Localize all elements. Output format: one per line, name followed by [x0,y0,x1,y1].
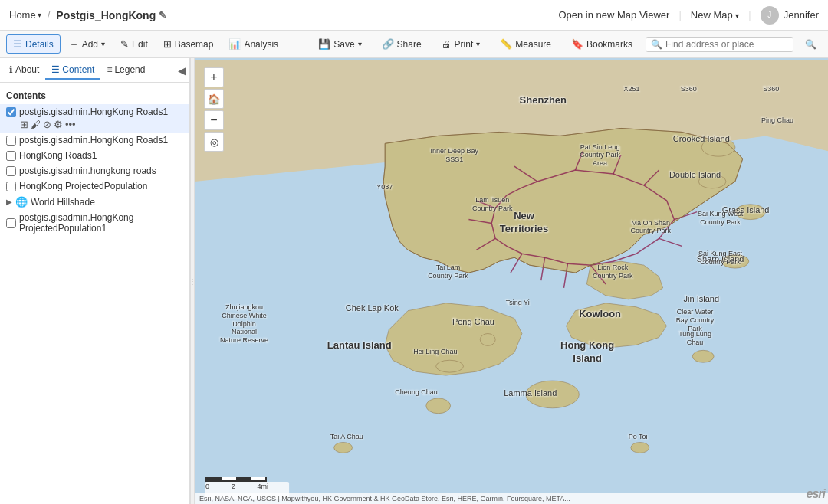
home-label: Home [9,9,36,21]
main-area: ℹ About ☰ Content ≡ Legend ◀ Contents po… [0,58,828,504]
top-navigation: Home ▾ / Postgis_HongKong ✎ Open in new … [0,0,828,31]
basemap-button[interactable]: ⊞ Basemap [156,34,221,54]
save-button[interactable]: 💾 Save ▾ [311,34,368,54]
layer-item: postgis.gisadmin.hongkong roads [0,163,189,178]
toolbar-right: 💾 Save ▾ 🔗 Share 🖨 Print ▾ 📏 Measure 🔖 B… [311,34,822,54]
measure-button[interactable]: 📏 Measure [493,34,558,54]
layer-row: postgis.gisadmin.hongkong roads [6,165,183,176]
sidebar: ℹ About ☰ Content ≡ Legend ◀ Contents po… [0,58,190,504]
scale-label-0: 0 [205,483,209,490]
more-tool-icon[interactable]: ••• [65,119,76,130]
scale-label-2: 2 [232,483,235,490]
user-avatar[interactable]: J [761,6,779,25]
svg-point-2 [526,381,579,408]
expand-icon[interactable]: ▶ [6,198,12,206]
style-tool-icon[interactable]: 🖌 [31,119,41,130]
zoom-out-button[interactable]: − [204,110,224,130]
location-button[interactable]: ◎ [204,132,224,152]
home-extent-button[interactable]: 🏠 [204,89,224,109]
details-icon: ☰ [13,38,22,50]
save-icon: 💾 [318,38,330,50]
map-container[interactable]: Shenzhen NewTerritories Kowloon Hong Kon… [195,58,828,504]
svg-point-10 [631,442,649,453]
sidebar-tabs: ℹ About ☰ Content ≡ Legend ◀ [0,58,189,83]
map-attribution: Esri, NASA, NGA, USGS | Mapwithyou, HK G… [195,493,828,504]
layer-item: HongKong Roads1 [0,148,189,163]
globe-icon: 🌐 [15,196,28,208]
search-submit-icon: 🔍 [805,39,816,50]
layer-item: postgis.gisadmin.HongKong Roads1 [0,133,189,148]
new-map-button[interactable]: New Map ▾ [691,9,740,21]
layer-checkbox[interactable] [6,107,16,117]
svg-point-12 [436,360,464,372]
layer-row: postgis.gisadmin.HongKong Roads1 [6,135,183,146]
layer-checkbox[interactable] [6,166,16,176]
toolbar-left: ☰ Details ＋ Add ▾ ✎ Edit ⊞ Basemap 📊 Ana… [6,34,285,55]
layer-checkbox[interactable] [6,151,16,161]
map-controls: + 🏠 − ◎ [204,67,224,152]
layer-name: postgis.gisadmin.hongkong roads [19,165,183,176]
scale-bar: 0 2 4mi [205,477,268,490]
layer-row: postgis.gisadmin.HongKong ProjectedPopul… [6,212,183,234]
layer-name: postgis.gisadmin.HongKong Roads1 [19,106,183,117]
tab-content[interactable]: ☰ Content [45,61,100,80]
layer-item: HongKong ProjectedPopulation [0,178,189,194]
open-map-viewer-button[interactable]: Open in new Map Viewer [558,9,669,21]
map-title: Postgis_HongKong ✎ [56,9,166,21]
attribution-text: Esri, NASA, NGA, USGS | Mapwithyou, HK G… [199,495,570,502]
layer-item: postgis.gisadmin.HongKong ProjectedPopul… [0,210,189,236]
layer-name: postgis.gisadmin.HongKong Roads1 [19,135,183,146]
layer-name: HongKong Roads1 [19,150,183,161]
layer-name: World Hillshade [31,197,183,208]
home-link[interactable]: Home ▾ [9,9,41,21]
layer-tools: ⊞ 🖌 ⊘ ⚙ ••• [6,119,183,130]
search-box[interactable]: 🔍 [646,37,794,52]
analysis-button[interactable]: 📊 Analysis [222,34,285,54]
add-icon: ＋ [69,38,79,51]
collapse-sidebar-button[interactable]: ◀ [178,64,186,77]
topnav-right: Open in new Map Viewer | New Map ▾ | J J… [558,6,819,25]
search-icon: 🔍 [651,39,662,50]
layer-row: HongKong ProjectedPopulation [6,181,183,191]
svg-point-3 [426,398,451,414]
contents-heading: Contents [0,86,189,104]
share-button[interactable]: 🔗 Share [375,34,429,54]
filter-tool-icon[interactable]: ⊘ [43,119,51,130]
home-arrow: ▾ [38,11,41,19]
breadcrumb-separator: / [48,9,51,21]
edit-button[interactable]: ✎ Edit [113,34,155,54]
print-button[interactable]: 🖨 Print ▾ [435,34,488,54]
layer-name: HongKong ProjectedPopulation [19,181,183,191]
edit-title-icon[interactable]: ✎ [159,10,166,21]
basemap-icon: ⊞ [163,38,172,50]
layer-item: ▶ 🌐 World Hillshade [0,194,189,210]
table-tool-icon[interactable]: ⊞ [20,119,28,130]
bookmarks-button[interactable]: 🔖 Bookmarks [564,34,639,54]
layer-checkbox[interactable] [6,218,16,228]
topnav-left: Home ▾ / Postgis_HongKong ✎ [9,9,166,21]
layer-row: postgis.gisadmin.HongKong Roads1 [6,106,183,117]
tab-legend[interactable]: ≡ Legend [100,61,151,80]
share-icon: 🔗 [382,38,394,50]
sidebar-content: Contents postgis.gisadmin.HongKong Roads… [0,83,189,504]
svg-point-7 [735,205,766,220]
layer-name: postgis.gisadmin.HongKong ProjectedPopul… [19,212,183,234]
layer-checkbox[interactable] [6,136,16,146]
zoom-in-button[interactable]: + [204,67,224,87]
analysis-icon: 📊 [228,38,241,50]
details-button[interactable]: ☰ Details [6,34,61,54]
tab-about[interactable]: ℹ About [3,61,45,80]
add-button[interactable]: ＋ Add ▾ [62,34,112,55]
layer-row: ▶ 🌐 World Hillshade [6,196,183,208]
search-input[interactable] [665,39,788,50]
pencil-icon: ✎ [120,38,129,50]
svg-point-4 [480,334,495,346]
content-icon: ☰ [51,64,60,75]
bookmarks-icon: 🔖 [571,38,583,50]
options-tool-icon[interactable]: ⚙ [54,119,63,130]
search-button[interactable]: 🔍 [800,35,822,54]
svg-point-6 [698,175,726,188]
scale-label-4: 4mi [257,483,268,490]
layer-checkbox[interactable] [6,182,16,191]
map-title-text: Postgis_HongKong [56,9,156,21]
